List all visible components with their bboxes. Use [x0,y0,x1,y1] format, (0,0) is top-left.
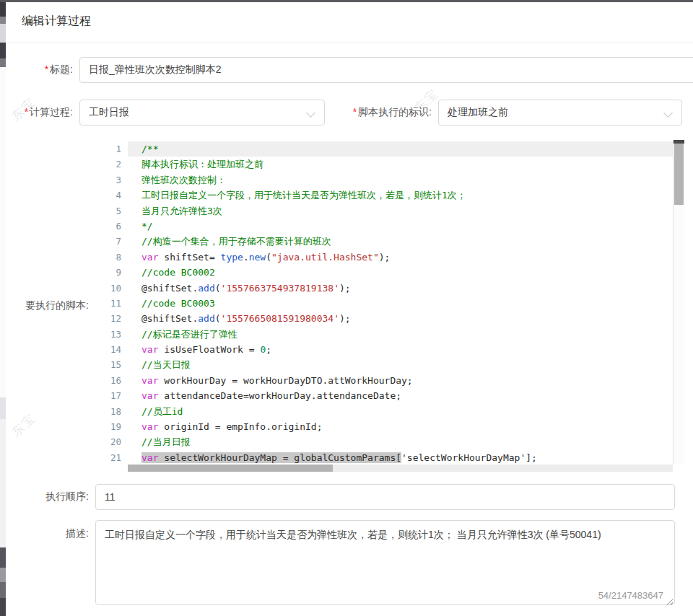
code-line[interactable]: 1/** [95,141,673,157]
line-number: 14 [95,342,128,357]
code-line[interactable]: 7//构造一个集合，用于存储不需要计算的班次 [95,234,673,249]
form-row-process-flag: *计算过程: 工时日报 *脚本执行的标识: 处理加班之前 [6,100,682,126]
line-number: 5 [95,203,128,219]
line-number: 12 [95,311,128,326]
line-number: 17 [95,388,128,403]
chevron-down-icon [663,108,673,118]
form-row-order: 执行顺序: [6,484,675,510]
code-line[interactable]: 8var shiftSet= type.new("java.util.HashS… [95,250,673,265]
line-number: 7 [95,234,128,249]
line-number: 11 [95,296,128,311]
code-line[interactable]: 6*/ [95,219,673,234]
edit-calculation-dialog: 东宝 东宝 东宝 东宝 编辑计算过程 *标题: *模块: 工时日报 ··· *计… [0,0,693,616]
line-number: 21 [95,450,128,465]
title-input[interactable] [79,57,693,83]
line-number: 20 [95,434,128,449]
line-number: 19 [95,419,128,434]
description-label: 描述: [6,520,95,540]
process-select[interactable]: 工时日报 [79,100,325,126]
order-input[interactable] [95,484,675,510]
code-line[interactable]: 20//当月日报 [95,434,673,449]
line-number: 10 [95,281,128,296]
required-mark: * [25,106,28,118]
code-line[interactable]: 21var selectWorkHourDayMap = globalCusto… [95,450,673,465]
description-textarea[interactable]: 工时日报自定义一个字段，用于统计当天是否为弹性班次，若是，则统计1次； 当月只允… [95,520,675,605]
code-line[interactable]: 9//code BC0002 [95,265,673,280]
chevron-down-icon [306,108,315,118]
code-line[interactable]: 18//员工id [95,404,673,419]
code-line[interactable]: 19var originId = empInfo.originId; [95,419,673,434]
line-number: 3 [95,172,128,188]
code-line[interactable]: 11//code BC0003 [95,296,673,311]
order-label: 执行顺序: [6,490,95,503]
code-line[interactable]: 12@shiftSet.add('1557665081591980034'); [95,311,673,326]
code-line[interactable]: 10@shiftSet.add('1557663754937819138'); [95,281,673,296]
background-page-sliver [0,2,6,616]
editor-vertical-scrollbar[interactable] [673,140,684,465]
line-number: 15 [95,357,128,372]
code-line[interactable]: 5当月只允许弹性3次 [95,203,673,219]
line-number: 2 [95,157,128,172]
code-line[interactable]: 16var workHourDay = workHourDayDTO.attWo… [95,373,673,388]
process-value: 工时日报 [89,106,129,119]
exec-flag-select[interactable]: 处理加班之前 [438,100,682,126]
line-number: 9 [95,265,128,280]
required-mark: * [45,63,48,75]
exec-flag-label: *脚本执行的标识: [325,106,438,119]
exec-flag-value: 处理加班之前 [448,106,508,119]
code-line[interactable]: 17var attendanceDate=workHourDay.attenda… [95,388,673,403]
required-mark: * [353,106,357,118]
line-number: 13 [95,327,128,342]
char-counter: 54/2147483647 [598,590,663,601]
form-row-script: 要执行的脚本: 1/**2脚本执行标识：处理加班之前3弹性班次次数控制：4工时日… [6,140,684,472]
horizontal-scrollbar-thumb[interactable] [128,465,333,472]
code-line[interactable]: 15//当天日报 [95,357,673,372]
code-editor[interactable]: 1/**2脚本执行标识：处理加班之前3弹性班次次数控制：4工时日报自定义一个字段… [95,140,684,472]
form-row-description: 描述: 工时日报自定义一个字段，用于统计当天是否为弹性班次，若是，则统计1次； … [6,520,675,608]
process-label: *计算过程: [6,106,79,119]
line-number: 4 [95,188,128,203]
window-top-edge [0,0,693,2]
line-number: 18 [95,404,128,419]
line-number: 16 [95,373,128,388]
dialog-header: 编辑计算过程 [0,0,693,43]
editor-horizontal-scrollbar[interactable] [128,465,673,472]
script-label: 要执行的脚本: [6,299,95,312]
dialog-title: 编辑计算过程 [22,14,91,27]
line-number: 6 [95,219,128,234]
code-line[interactable]: 14var isUseFloatWork = 0; [95,342,673,357]
title-label: *标题: [6,63,79,76]
code-line[interactable]: 2脚本执行标识：处理加班之前 [95,157,673,172]
line-number: 1 [95,141,128,157]
code-line[interactable]: 4工时日报自定义一个字段，用于统计当天是否为弹性班次，若是，则统计1次； [95,188,673,203]
line-number: 8 [95,250,128,265]
code-line[interactable]: 13//标记是否进行了弹性 [95,327,673,342]
vertical-scrollbar-thumb[interactable] [674,144,684,205]
form-row-title-module: *标题: *模块: 工时日报 ··· [6,57,682,83]
code-line[interactable]: 3弹性班次次数控制： [95,172,673,188]
